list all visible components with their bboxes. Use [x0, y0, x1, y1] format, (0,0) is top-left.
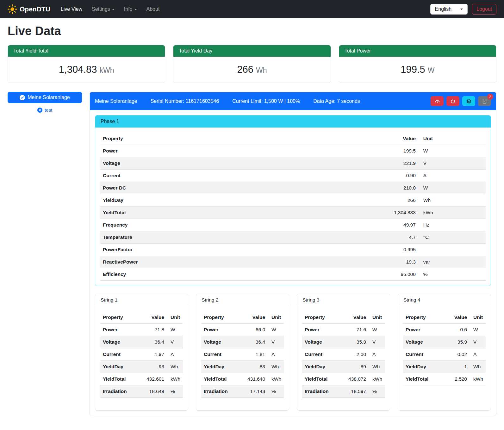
value-cell: 36.4	[245, 336, 268, 348]
property-cell: Power	[302, 324, 346, 336]
value-cell: 1.81	[245, 348, 268, 361]
inverter-panel: Meine Solaranlage Serial Number: 1161716…	[90, 92, 496, 416]
value-cell: 36.4	[144, 336, 167, 348]
table-row: Irradiation 18.649 %	[100, 385, 183, 398]
inverter-select-label: Meine Solaranlage	[28, 95, 70, 100]
phase-1-table: Property Value Unit Power 199.5	[100, 133, 486, 281]
unit-cell: Wh	[268, 361, 284, 373]
string-3-card: String 3 Property Value Unit	[297, 294, 390, 411]
value-cell: 0.6	[450, 324, 470, 336]
table-row: YieldTotal 1,304.833 kWh	[100, 207, 486, 219]
value-cell: 83	[245, 361, 268, 373]
table-row: Temperature 4.7 °C	[100, 231, 486, 244]
card-body: 266Wh	[173, 57, 330, 83]
value-cell: 95.000	[360, 268, 418, 281]
property-cell: Frequency	[100, 219, 360, 231]
card-title: Total Yield Total	[8, 45, 165, 57]
property-cell: YieldTotal	[403, 373, 450, 385]
unit-cell: V	[418, 157, 486, 170]
value-cell: 35.9	[346, 336, 369, 348]
table-row: YieldTotal 438.072 kWh	[302, 373, 385, 385]
unit-cell: W	[470, 324, 486, 336]
power-button[interactable]	[446, 96, 459, 106]
inverter-panel-header: Meine Solaranlage Serial Number: 1161716…	[90, 92, 496, 110]
inverter-actions: 2	[431, 96, 491, 106]
string-3-body: Property Value Unit Power 7	[297, 306, 390, 410]
brand-label: OpenDTU	[20, 5, 50, 13]
string-cards: String 1 Property Value Unit	[95, 294, 491, 411]
phase-1-body: Property Value Unit Power 199.5	[95, 128, 491, 286]
nav-item-settings[interactable]: Settings	[87, 4, 119, 15]
nav-item-info[interactable]: Info	[119, 4, 142, 15]
column-header-property: Property	[302, 311, 346, 324]
column-header-unit: Unit	[369, 311, 385, 324]
journal-list-icon	[482, 98, 487, 104]
value-cell: 1.97	[144, 348, 167, 361]
table-header-row: Property Value Unit	[100, 133, 486, 145]
column-header-value: Value	[346, 311, 369, 324]
value-cell: 0.02	[450, 348, 470, 361]
navbar-right: English Logout	[430, 4, 496, 15]
table-row: Power DC 210.0 W	[100, 182, 486, 194]
brand[interactable]: OpenDTU	[8, 4, 50, 14]
column-header-unit: Unit	[470, 311, 486, 324]
column-header-value: Value	[245, 311, 268, 324]
logout-button[interactable]: Logout	[472, 4, 496, 15]
table-row: YieldDay 266 Wh	[100, 194, 486, 207]
table-row: Current 2.00 A	[302, 348, 385, 361]
unit-cell: V	[268, 336, 284, 348]
value-cell: 432.601	[144, 373, 167, 385]
chevron-down-icon	[112, 9, 115, 10]
inverter-serial: Serial Number: 116171603546	[150, 98, 219, 104]
inverter-sidebar: Meine Solaranlage test	[8, 92, 82, 113]
summary-cards: Total Yield Total 1,304.83kWh Total Yiel…	[8, 45, 496, 83]
table-row: YieldDay 89 Wh	[302, 361, 385, 373]
column-header-property: Property	[100, 311, 144, 324]
property-cell: Irradiation	[302, 385, 346, 398]
nav-item-live-view[interactable]: Live View	[56, 4, 87, 15]
property-cell: Current	[403, 348, 450, 361]
limit-settings-button[interactable]	[431, 96, 444, 106]
table-row: YieldDay 93 Wh	[100, 361, 183, 373]
table-row: Power 66.0 W	[201, 324, 284, 336]
value-cell: 199.5	[360, 145, 418, 157]
table-row: Power 0.6 W	[403, 324, 486, 336]
table-row: Voltage 35.9 V	[302, 336, 385, 348]
sidebar-item-test[interactable]: test	[8, 107, 82, 113]
column-header-property: Property	[201, 311, 245, 324]
unit-cell: Wh	[369, 361, 385, 373]
inverter-select-button[interactable]: Meine Solaranlage	[8, 92, 82, 103]
unit-cell: %	[167, 385, 183, 398]
event-log-button[interactable]: 2	[478, 96, 491, 106]
total-yield-day-value: 266	[237, 64, 253, 75]
nav-item-about[interactable]: About	[142, 4, 165, 15]
table-row: Current 1.81 A	[201, 348, 284, 361]
column-header-unit: Unit	[268, 311, 284, 324]
value-cell: 221.9	[360, 157, 418, 170]
string-4-body: Property Value Unit Power 0	[398, 306, 491, 398]
value-cell: 210.0	[360, 182, 418, 194]
device-info-button[interactable]	[462, 96, 475, 106]
unit-cell: kWh	[470, 373, 486, 385]
property-cell: PowerFactor	[100, 244, 360, 256]
value-cell: 431.640	[245, 373, 268, 385]
unit-cell: V	[470, 336, 486, 348]
string-2-card: String 2 Property Value Unit	[196, 294, 289, 411]
string-1-title: String 1	[95, 294, 188, 306]
value-cell: 18.597	[346, 385, 369, 398]
value-cell: 18.649	[144, 385, 167, 398]
unit-cell: %	[268, 385, 284, 398]
language-select[interactable]: English	[430, 4, 468, 15]
cpu-chip-icon	[466, 98, 472, 104]
unit-cell: W	[418, 182, 486, 194]
table-header-row: Property Value Unit	[403, 311, 486, 324]
value-cell: 49.97	[360, 219, 418, 231]
page-title: Live Data	[8, 24, 496, 38]
property-cell: Voltage	[302, 336, 346, 348]
chevron-down-icon	[460, 9, 463, 10]
value-cell: 438.072	[346, 373, 369, 385]
string-1-table: Property Value Unit Power 7	[100, 311, 183, 398]
unit-cell: kWh	[418, 207, 486, 219]
property-cell: YieldDay	[201, 361, 245, 373]
inverter-name: Meine Solaranlage	[95, 98, 137, 104]
